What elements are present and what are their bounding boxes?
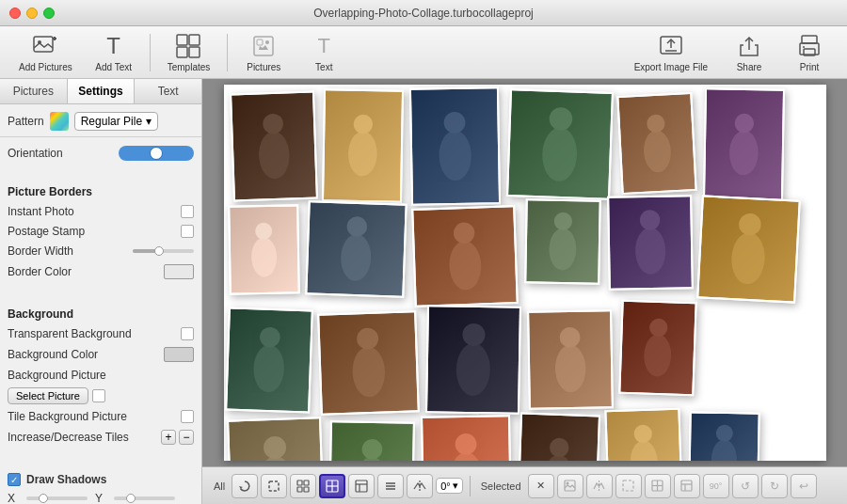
tab-settings[interactable]: Settings	[68, 79, 136, 103]
svg-point-51	[648, 318, 667, 337]
minimize-button[interactable]	[26, 8, 38, 19]
svg-rect-0	[34, 37, 53, 52]
bg-color-swatch[interactable]	[164, 347, 194, 362]
grid-small-button[interactable]	[290, 474, 316, 498]
tab-pictures[interactable]: Pictures	[0, 79, 68, 103]
pattern-icon	[50, 112, 69, 131]
photo-item[interactable]	[321, 88, 403, 202]
photo-item[interactable]	[524, 198, 601, 284]
photo-item[interactable]	[328, 420, 415, 461]
photo-item[interactable]	[696, 195, 801, 303]
export-button[interactable]: Export Image File	[625, 29, 717, 76]
sel-close-button[interactable]: ✕	[528, 474, 554, 498]
decrease-tiles-button[interactable]: −	[179, 430, 194, 445]
photo-item[interactable]	[607, 195, 694, 291]
pattern-select[interactable]: Regular Pile ▾	[74, 112, 158, 131]
svg-point-55	[361, 439, 382, 460]
photo-item[interactable]	[230, 90, 318, 201]
sel-img-button[interactable]	[557, 474, 583, 498]
photo-item[interactable]	[317, 310, 420, 416]
photo-item[interactable]	[228, 204, 300, 294]
canvas-area[interactable]	[202, 79, 847, 466]
svg-rect-4	[177, 35, 187, 45]
shadow-x-slider[interactable]	[26, 496, 88, 500]
svg-point-59	[549, 438, 568, 458]
share-button[interactable]: Share	[721, 29, 777, 76]
bottom-sep	[470, 476, 471, 496]
sel-flip-button[interactable]	[586, 474, 613, 498]
add-text-button[interactable]: T Add Text	[86, 29, 142, 76]
add-pictures-button[interactable]: Add Pictures	[9, 29, 82, 76]
collage-canvas[interactable]	[224, 85, 826, 461]
svg-point-32	[340, 233, 372, 281]
svg-point-43	[259, 327, 280, 348]
tile-bg-checkbox[interactable]	[181, 410, 194, 423]
svg-point-34	[448, 240, 481, 290]
toolbar-sep-2	[227, 34, 228, 71]
crop-button[interactable]	[261, 474, 287, 498]
bg-picture-label-row: Background Picture	[8, 368, 194, 383]
sidebar: Pictures Settings Text Pattern Regular P…	[0, 79, 202, 504]
photo-item[interactable]	[305, 200, 407, 298]
arrange-button[interactable]	[377, 474, 404, 498]
print-button[interactable]: Print	[781, 29, 838, 76]
photo-item[interactable]	[225, 307, 313, 413]
grid-large-button[interactable]	[319, 474, 345, 498]
sel-rotate-l-button[interactable]: ↺	[732, 474, 759, 498]
sel-undo-button[interactable]: ↩	[791, 474, 817, 498]
orientation-slider[interactable]	[119, 146, 194, 161]
svg-point-28	[728, 130, 758, 175]
refresh-button[interactable]	[232, 474, 258, 498]
sel-rotate-r-button[interactable]: ↻	[761, 474, 788, 498]
photo-item[interactable]	[688, 411, 759, 461]
border-width-track[interactable]	[133, 249, 194, 253]
close-button[interactable]	[9, 8, 21, 19]
draw-shadows-label: Draw Shadows	[26, 473, 106, 486]
photo-item[interactable]	[506, 88, 614, 200]
border-color-swatch[interactable]	[164, 264, 194, 279]
photo-item[interactable]	[227, 417, 325, 461]
svg-point-45	[356, 327, 378, 350]
sel-crop-button[interactable]	[615, 474, 642, 498]
sel-zoom-button[interactable]	[645, 474, 671, 498]
postage-stamp-checkbox[interactable]	[181, 225, 194, 238]
border-width-label: Border Width	[8, 244, 73, 258]
increase-tiles-button[interactable]: +	[161, 430, 176, 445]
transparent-bg-checkbox[interactable]	[181, 327, 194, 340]
instant-photo-checkbox[interactable]	[181, 205, 194, 218]
pictures-button[interactable]: Pictures	[235, 29, 292, 76]
photo-item[interactable]	[604, 408, 682, 461]
window-title: Overlapping-Photo-Collage.turbocollagepr…	[313, 7, 533, 20]
templates-button[interactable]: Templates	[158, 29, 220, 76]
sel-aspect-button[interactable]	[674, 474, 700, 498]
bg-picture-label: Background Picture	[8, 369, 106, 382]
photo-item[interactable]	[527, 309, 614, 410]
photo-item[interactable]	[702, 87, 784, 201]
flip-button[interactable]	[407, 474, 433, 498]
svg-point-46	[455, 342, 490, 396]
photo-item[interactable]	[618, 300, 696, 397]
text-button[interactable]: T Text	[296, 29, 352, 76]
photo-item[interactable]	[516, 413, 599, 461]
photo-item[interactable]	[421, 415, 512, 461]
photo-item[interactable]	[616, 92, 696, 195]
shadow-x-label: X	[8, 492, 19, 504]
border-color-label: Border Color	[8, 265, 72, 278]
degree-select[interactable]: 0° ▾	[436, 478, 463, 494]
tab-text[interactable]: Text	[135, 79, 201, 103]
svg-point-23	[443, 111, 465, 133]
bg-picture-checkbox[interactable]	[92, 389, 105, 402]
select-picture-button[interactable]: Select Picture	[8, 387, 88, 404]
shadows-xy-row: X Y	[8, 492, 194, 504]
svg-point-35	[453, 222, 474, 244]
shadow-y-slider[interactable]	[114, 496, 175, 500]
photo-item[interactable]	[408, 87, 500, 206]
aspect-button[interactable]	[348, 474, 375, 498]
photo-item[interactable]	[411, 205, 519, 307]
draw-shadows-section: ✓ Draw Shadows X Y Blur	[0, 465, 201, 504]
draw-shadows-checkbox[interactable]: ✓	[8, 473, 21, 486]
sel-angle-button[interactable]: 90°	[703, 474, 729, 498]
maximize-button[interactable]	[43, 8, 55, 19]
photo-item[interactable]	[425, 305, 521, 415]
svg-point-41	[738, 213, 761, 236]
